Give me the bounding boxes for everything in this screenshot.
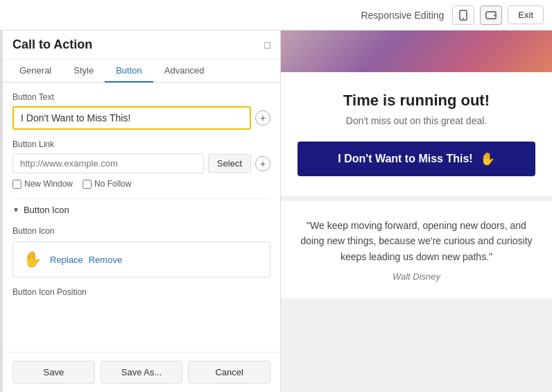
- add-button[interactable]: +: [255, 110, 270, 126]
- svg-point-3: [494, 15, 495, 16]
- cancel-button[interactable]: Cancel: [188, 361, 270, 384]
- quote-card: "We keep moving forward, opening new doo…: [281, 201, 552, 298]
- panel-footer: Save Save As... Cancel: [3, 352, 280, 392]
- icon-label: Button Icon: [12, 226, 270, 236]
- button-link-row: Select +: [12, 153, 270, 173]
- button-link-input[interactable]: [12, 153, 204, 173]
- preview-card: Time is running out! Don't miss out on t…: [281, 72, 552, 196]
- right-panel: Time is running out! Don't miss out on t…: [281, 31, 552, 392]
- button-icon-section-label: Button Icon: [24, 205, 69, 215]
- tab-style[interactable]: Style: [62, 60, 105, 83]
- checkbox-row: New Window No Follow: [12, 179, 270, 189]
- panel-title: Call to Action: [12, 37, 92, 52]
- hand-icon: ✋: [23, 250, 42, 269]
- responsive-editing-label: Responsive Editing: [361, 10, 444, 21]
- icon-preview-box: ✋ Replace Remove: [12, 241, 270, 278]
- top-bar: Responsive Editing Exit: [0, 0, 552, 31]
- button-text-label: Button Text: [12, 92, 270, 102]
- button-link-label: Button Link: [12, 139, 270, 149]
- quote-author: Walt Disney: [297, 271, 535, 282]
- tab-advanced[interactable]: Advanced: [153, 60, 216, 83]
- panel-body: Button Text + Button Link Select +: [3, 83, 280, 352]
- icon-actions: Replace Remove: [50, 255, 122, 265]
- preview-subtitle: Don't miss out on this great deal.: [297, 115, 535, 126]
- preview-title: Time is running out!: [297, 92, 535, 110]
- no-follow-checkbox[interactable]: [83, 180, 92, 189]
- cta-text: I Don't Want to Miss This!: [338, 153, 472, 165]
- preview-image: [281, 31, 552, 72]
- new-window-label: New Window: [24, 179, 73, 189]
- remove-link[interactable]: Remove: [89, 255, 122, 265]
- button-icon-section-header[interactable]: ▼ Button Icon: [12, 198, 270, 221]
- cta-button[interactable]: I Don't Want to Miss This! ✋: [297, 142, 535, 176]
- minimize-icon[interactable]: □: [265, 40, 270, 51]
- tab-button[interactable]: Button: [105, 60, 153, 83]
- link-add-button[interactable]: +: [255, 156, 270, 171]
- no-follow-checkbox-label[interactable]: No Follow: [83, 179, 131, 189]
- new-window-checkbox-label[interactable]: New Window: [12, 179, 73, 189]
- exit-button[interactable]: Exit: [508, 6, 544, 24]
- tabs-container: General Style Button Advanced: [3, 60, 280, 83]
- icon-position-label: Button Icon Position: [12, 287, 270, 297]
- left-panel: Call to Action □ General Style Button Ad…: [0, 31, 281, 392]
- replace-link[interactable]: Replace: [50, 255, 83, 265]
- cta-hand-icon: ✋: [480, 151, 495, 167]
- new-window-checkbox[interactable]: [12, 180, 21, 189]
- svg-point-1: [463, 17, 464, 19]
- tab-general[interactable]: General: [8, 60, 62, 83]
- chevron-icon: ▼: [12, 206, 19, 214]
- panel-header: Call to Action □: [3, 31, 280, 60]
- no-follow-label: No Follow: [94, 179, 131, 189]
- button-text-input[interactable]: [12, 106, 251, 130]
- save-as-button[interactable]: Save As...: [101, 361, 183, 384]
- icon-section: Button Icon ✋ Replace Remove Button Icon…: [12, 221, 270, 307]
- quote-text: "We keep moving forward, opening new doo…: [297, 218, 535, 264]
- select-button[interactable]: Select: [208, 154, 251, 173]
- button-text-field-wrap: +: [12, 106, 270, 130]
- save-button[interactable]: Save: [12, 361, 95, 384]
- main-content: Call to Action □ General Style Button Ad…: [0, 31, 552, 392]
- tablet-view-button[interactable]: [480, 6, 502, 25]
- mobile-view-button[interactable]: [452, 6, 474, 25]
